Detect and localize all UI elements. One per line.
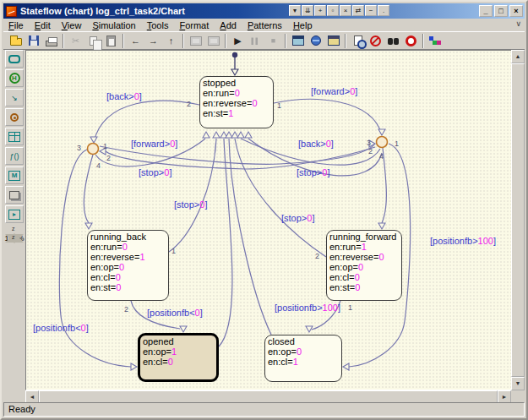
remove-highlighting-button[interactable] — [367, 33, 384, 49]
chart-canvas[interactable]: stopped en:run=0 en:reverse=0 en:st=1 ru… — [25, 50, 514, 390]
state-running-forward[interactable]: running_forward en:run=1 en:reverse=0 en… — [326, 230, 402, 301]
transition-label-stop-2[interactable]: [stop>0] — [174, 199, 207, 210]
connective-junction-tool-button[interactable] — [5, 108, 24, 126]
menu-view[interactable]: View — [57, 19, 88, 31]
scissors-icon: ✂ — [72, 35, 79, 46]
arrow-right-icon: → — [149, 35, 158, 46]
menu-patterns[interactable]: Patterns — [242, 19, 288, 31]
menu-edit[interactable]: Edit — [30, 19, 57, 31]
breakpoints-button[interactable] — [402, 33, 420, 49]
object-palette: H ↘ ƒ() M ▸ z 101% z — [3, 50, 25, 404]
state-action: en:op=0 — [90, 262, 166, 272]
find-button[interactable] — [384, 33, 402, 49]
simulink-function-tool-button[interactable]: ▸ — [5, 205, 24, 223]
scroll-down-button[interactable]: ▼ — [511, 377, 525, 390]
start-simulation-button[interactable]: ▶ — [229, 33, 247, 49]
toolbar: ✂ ← → ↑ ▶ ▌▌ ■ — [3, 31, 525, 50]
box-tool-button[interactable] — [5, 186, 24, 204]
transition-label-stop-3[interactable]: [stop>0] — [297, 167, 329, 177]
switch-button[interactable]: ⇄ — [352, 5, 364, 16]
state-action: en:st=1 — [203, 108, 270, 118]
junction-right[interactable] — [377, 137, 388, 148]
restore-button[interactable]: ▫ — [327, 5, 339, 16]
transition-label-stop-4[interactable]: [stop>0] — [281, 213, 314, 223]
shade-button[interactable]: ▾ — [289, 5, 301, 16]
simulink-model-button[interactable] — [427, 33, 444, 49]
state-opened[interactable]: opened en:op=1 en:cl=0 — [138, 333, 219, 382]
menu-button[interactable]: . — [378, 5, 389, 16]
minimize-button[interactable]: _ — [479, 5, 493, 17]
menu-format[interactable]: Format — [174, 19, 215, 31]
scroll-up-button[interactable]: ▲ — [511, 50, 525, 63]
open-button[interactable] — [7, 33, 24, 49]
transition-label-back-top[interactable]: [back>0] — [106, 91, 142, 101]
window-title: Stateflow (chart) log_ctrl_task2/Chart — [20, 6, 185, 16]
no-highlight-icon — [370, 35, 381, 46]
transition-stopped-to-right-junction[interactable] — [274, 99, 382, 135]
rebuild-all-button[interactable] — [307, 33, 324, 49]
transition-label-positionfb-high-edge[interactable]: [positionfb>100] — [430, 236, 496, 246]
transition-label-positionfb-high[interactable]: [positionfb>100] — [275, 303, 340, 313]
pause-simulation-button: ▌▌ — [247, 33, 264, 49]
vertical-scrollbar-thumb[interactable] — [511, 63, 525, 377]
state-closed[interactable]: closed en:op=0 en:cl=1 — [264, 335, 342, 382]
stateflow-logo-icon — [6, 6, 17, 17]
kill-button[interactable]: × — [340, 5, 351, 16]
state-action: en:run=0 — [203, 88, 270, 98]
status-bar: Ready — [3, 402, 525, 417]
menu-add[interactable]: Add — [215, 19, 242, 31]
build-chart-button[interactable] — [289, 33, 307, 49]
transition-label-positionfb-low-edge[interactable]: [positionfb<0] — [33, 323, 89, 333]
default-transition-tool-button[interactable]: ↘ — [5, 89, 24, 106]
transition-label-positionfb-low[interactable]: [positionfb<0] — [147, 308, 203, 318]
state-action: en:cl=1 — [268, 357, 339, 367]
state-action: en:cl=0 — [90, 272, 166, 282]
function-tool-button[interactable]: ƒ() — [5, 147, 24, 165]
transition-label-forward-top[interactable]: [forward>0] — [311, 86, 357, 96]
default-transition-icon: ↘ — [11, 94, 18, 102]
transition-label-back-mid[interactable]: [back>0] — [298, 139, 334, 149]
state-stopped[interactable]: stopped en:run=0 en:reverse=0 en:st=1 — [199, 76, 274, 128]
pause-icon: ▌▌ — [252, 38, 260, 44]
lower-button[interactable]: ⇊ — [302, 5, 313, 16]
state-running-back[interactable]: running_back en:run=0 en:reverse=1 en:op… — [87, 230, 169, 301]
truth-table-tool-button[interactable] — [5, 128, 24, 145]
copy-button — [84, 33, 102, 49]
transition-left-junction-to-running-back[interactable] — [84, 155, 93, 223]
resize-button[interactable]: + — [314, 5, 326, 16]
close-button[interactable]: × — [509, 5, 523, 17]
menu-file[interactable]: File — [3, 19, 30, 31]
maximize-button[interactable]: □ — [494, 5, 508, 17]
zoom-out-button[interactable]: z — [5, 234, 24, 254]
menu-help[interactable]: Help — [288, 19, 318, 31]
transition-opened-to-stopped[interactable] — [219, 139, 232, 346]
default-transition[interactable] — [231, 52, 238, 75]
menu-simulation[interactable]: Simulation — [87, 19, 141, 31]
status-text: Ready — [8, 404, 35, 414]
navigate-forward-button[interactable]: → — [144, 33, 162, 49]
navigate-back-button[interactable]: ← — [127, 33, 144, 49]
title-bar[interactable]: Stateflow (chart) log_ctrl_task2/Chart ▾… — [3, 3, 525, 19]
page-view-button-1 — [187, 33, 204, 49]
menu-tools[interactable]: Tools — [142, 19, 175, 31]
menu-overflow-chevron-icon[interactable]: ∨ — [515, 19, 521, 28]
navigate-up-button[interactable]: ↑ — [162, 33, 180, 49]
box-icon — [9, 191, 19, 199]
print-button[interactable] — [42, 33, 60, 49]
debugger-button[interactable] — [349, 33, 367, 49]
vertical-scrollbar[interactable]: ▲ ▼ — [511, 50, 525, 390]
iconify-button[interactable]: − — [365, 5, 377, 16]
state-action: en:reverse=0 — [329, 252, 399, 262]
transition-label-stop-1[interactable]: [stop>0] — [139, 167, 171, 177]
transition-running-forward-to-stopped[interactable] — [235, 139, 326, 257]
history-junction-tool-button[interactable]: H — [5, 69, 24, 87]
state-tool-button[interactable] — [5, 50, 24, 68]
transition-stopped-to-left-junction[interactable] — [94, 101, 199, 142]
embedded-matlab-tool-button[interactable]: M — [5, 166, 24, 184]
generate-code-button[interactable] — [324, 33, 342, 49]
port-number: 2 — [187, 100, 191, 108]
transition-label-forward-mid[interactable]: [forward>0] — [131, 139, 177, 149]
junction-left[interactable] — [88, 144, 99, 155]
save-button[interactable] — [24, 33, 42, 49]
port-number: 2 — [315, 252, 319, 260]
